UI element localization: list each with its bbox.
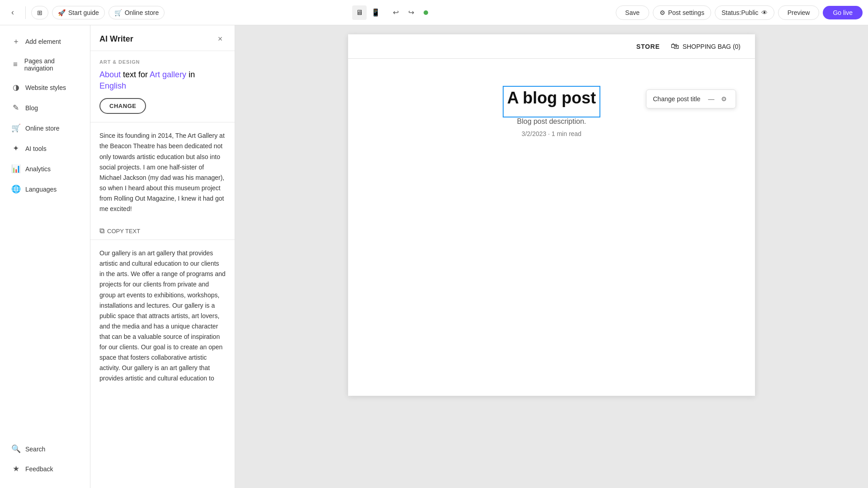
ai-second-paragraph: Our gallery is an art gallery that provi… bbox=[99, 248, 226, 384]
canvas-area: STORE 🛍 SHOPPING BAG (0) A blog post Cha… bbox=[235, 25, 868, 488]
sidebar-label-search: Search bbox=[25, 446, 45, 453]
main-layout: ＋ Add element ≡ Pages and navigation ◑ W… bbox=[0, 25, 868, 488]
sidebar-item-blog[interactable]: ✎ Blog bbox=[3, 98, 87, 117]
sidebar-label-website-styles: Website styles bbox=[25, 84, 66, 91]
device-icons: 🖥 📱 bbox=[352, 5, 383, 20]
sidebar-item-analytics[interactable]: 📊 Analytics bbox=[3, 159, 87, 178]
blog-description: Blog post description. bbox=[384, 117, 719, 126]
search-icon: 🔍 bbox=[11, 444, 21, 454]
post-settings-button[interactable]: ⚙ Post settings bbox=[653, 5, 711, 20]
sidebar-item-languages[interactable]: 🌐 Languages bbox=[3, 179, 87, 199]
sidebar-item-pages-navigation[interactable]: ≡ Pages and navigation bbox=[3, 52, 87, 77]
start-guide-label: Start guide bbox=[68, 9, 99, 16]
prompt-art-gallery: Art gallery bbox=[150, 70, 186, 79]
prompt-about: About bbox=[99, 70, 121, 79]
sidebar-label-pages-navigation: Pages and navigation bbox=[24, 57, 79, 72]
ai-tools-icon: ✦ bbox=[11, 144, 21, 153]
desktop-icon[interactable]: 🖥 bbox=[352, 5, 367, 20]
ai-prompt-section: ART & DESIGN About text for Art gallery … bbox=[90, 51, 235, 122]
sidebar-label-add-element: Add element bbox=[25, 38, 61, 45]
prompt-english: English bbox=[99, 81, 126, 90]
ai-prompt-title: About text for Art gallery in English bbox=[99, 69, 226, 92]
ai-panel-title: AI Writer bbox=[99, 34, 133, 44]
blog-icon: ✎ bbox=[11, 103, 21, 113]
online-store-label: Online store bbox=[125, 9, 159, 16]
ai-first-text-section: Since its founding in 2014, The Art Gall… bbox=[90, 122, 235, 222]
topbar-left: ‹ ⊞ 🚀 Start guide 🛒 Online store bbox=[5, 5, 165, 20]
topbar: ‹ ⊞ 🚀 Start guide 🛒 Online store 🖥 📱 ↩ ↪… bbox=[0, 0, 868, 25]
status-indicator bbox=[424, 10, 428, 15]
languages-icon: 🌐 bbox=[11, 184, 21, 194]
sidebar-label-feedback: Feedback bbox=[25, 465, 53, 473]
sidebar-item-ai-tools[interactable]: ✦ AI tools bbox=[3, 139, 87, 158]
add-icon: ＋ bbox=[11, 36, 21, 47]
start-guide-button[interactable]: 🚀 Start guide bbox=[52, 6, 105, 19]
page-content: A blog post Change post title — ⚙ Blog p… bbox=[348, 59, 755, 164]
sidebar-item-feedback[interactable]: ★ Feedback bbox=[3, 459, 87, 479]
blog-title-box[interactable]: A blog post bbox=[503, 86, 601, 117]
prompt-in: in bbox=[189, 70, 195, 79]
status-public-label: Status:Public bbox=[722, 9, 759, 16]
store-link[interactable]: STORE bbox=[636, 43, 660, 50]
topbar-divider bbox=[25, 6, 26, 19]
sidebar-item-website-styles[interactable]: ◑ Website styles bbox=[3, 78, 87, 97]
page-frame: STORE 🛍 SHOPPING BAG (0) A blog post Cha… bbox=[348, 34, 755, 396]
ai-second-text-section: Our gallery is an art gallery that provi… bbox=[90, 240, 235, 392]
sidebar-bottom: 🔍 Search ★ Feedback bbox=[0, 435, 90, 483]
styles-icon: ◑ bbox=[11, 83, 21, 92]
settings-icon: ⚙ bbox=[660, 9, 665, 16]
sidebar: ＋ Add element ≡ Pages and navigation ◑ W… bbox=[0, 25, 90, 488]
undo-button[interactable]: ↩ bbox=[388, 5, 403, 20]
layout-icon: ⊞ bbox=[37, 9, 42, 16]
golive-button[interactable]: Go live bbox=[823, 6, 863, 19]
analytics-icon: 📊 bbox=[11, 164, 21, 174]
rocket-icon: 🚀 bbox=[58, 9, 66, 16]
ai-panel-close-button[interactable]: × bbox=[215, 33, 226, 44]
bag-icon: 🛍 bbox=[671, 42, 679, 51]
status-public-button[interactable]: Status:Public 👁 bbox=[715, 5, 774, 20]
cart-icon: 🛒 bbox=[114, 9, 122, 16]
back-button[interactable]: ‹ bbox=[5, 5, 20, 20]
tooltip-minimize-button[interactable]: — bbox=[706, 94, 717, 104]
change-post-title-tooltip: Change post title — ⚙ bbox=[646, 89, 736, 108]
ai-panel-body: ART & DESIGN About text for Art gallery … bbox=[90, 51, 235, 488]
mobile-icon[interactable]: 📱 bbox=[368, 5, 383, 20]
undo-redo: ↩ ↪ bbox=[388, 5, 418, 20]
store-icon: 🛒 bbox=[11, 123, 21, 133]
change-post-title-label: Change post title bbox=[653, 95, 700, 103]
eye-icon: 👁 bbox=[761, 9, 768, 16]
topbar-center: 🖥 📱 ↩ ↪ bbox=[168, 5, 612, 20]
title-container: A blog post Change post title — ⚙ bbox=[503, 86, 601, 117]
ai-writer-panel: AI Writer × ART & DESIGN About text for … bbox=[90, 25, 235, 488]
copy-label: COPY TEXT bbox=[107, 228, 140, 235]
redo-button[interactable]: ↪ bbox=[404, 5, 418, 20]
tooltip-settings-button[interactable]: ⚙ bbox=[718, 94, 729, 104]
sidebar-item-online-store[interactable]: 🛒 Online store bbox=[3, 118, 87, 138]
tooltip-actions: — ⚙ bbox=[706, 94, 729, 104]
sidebar-label-blog: Blog bbox=[25, 104, 38, 112]
topbar-right: Save ⚙ Post settings Status:Public 👁 Pre… bbox=[616, 5, 863, 20]
shopping-bag-button[interactable]: 🛍 SHOPPING BAG (0) bbox=[671, 42, 741, 51]
blog-post-title: A blog post bbox=[507, 89, 596, 108]
online-store-button[interactable]: 🛒 Online store bbox=[108, 6, 165, 19]
post-settings-label: Post settings bbox=[668, 9, 704, 16]
page-header: STORE 🛍 SHOPPING BAG (0) bbox=[348, 34, 755, 59]
ai-copy-bar[interactable]: ⧉ COPY TEXT bbox=[90, 222, 235, 239]
layout-toggle-button[interactable]: ⊞ bbox=[31, 6, 48, 19]
sidebar-item-add-element[interactable]: ＋ Add element bbox=[3, 31, 87, 52]
sidebar-label-languages: Languages bbox=[25, 186, 57, 193]
sidebar-label-online-store: Online store bbox=[25, 125, 59, 132]
ai-change-button[interactable]: CHANGE bbox=[99, 98, 146, 114]
sidebar-label-analytics: Analytics bbox=[25, 165, 51, 173]
shopping-bag-label: SHOPPING BAG (0) bbox=[683, 43, 741, 50]
save-button[interactable]: Save bbox=[616, 5, 649, 20]
prompt-text-for: text for bbox=[123, 70, 150, 79]
preview-button[interactable]: Preview bbox=[778, 5, 820, 20]
blog-meta: 3/2/2023 · 1 min read bbox=[384, 130, 719, 137]
sidebar-item-search[interactable]: 🔍 Search bbox=[3, 439, 87, 459]
sidebar-label-ai-tools: AI tools bbox=[25, 145, 47, 152]
pages-icon: ≡ bbox=[11, 60, 20, 69]
ai-first-paragraph: Since its founding in 2014, The Art Gall… bbox=[99, 131, 226, 214]
ai-panel-header: AI Writer × bbox=[90, 25, 235, 51]
feedback-icon: ★ bbox=[11, 464, 21, 474]
